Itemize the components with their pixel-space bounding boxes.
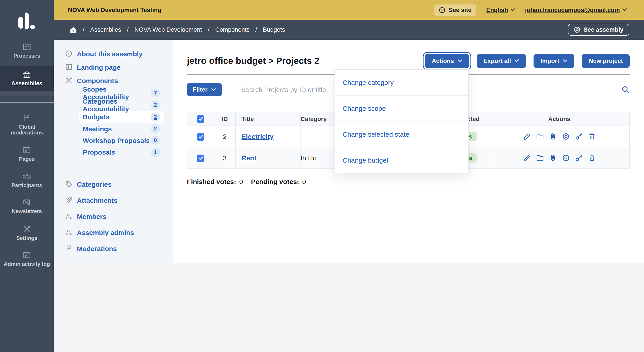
sidebar-active-band — [0, 91, 54, 96]
sidebar-item-settings[interactable]: Settings — [0, 225, 54, 241]
target-icon — [439, 6, 446, 13]
votes-summary: Finished votes: 0 | Pending votes: 0 — [187, 178, 630, 185]
language-selector[interactable]: English — [486, 6, 516, 13]
menu-item-meetings[interactable]: Meetings 2 — [54, 123, 173, 135]
sidebar-item-processes[interactable]: Processes — [0, 42, 54, 59]
project-id: 2 — [214, 126, 236, 147]
layout-icon — [65, 63, 72, 71]
map-icon — [22, 42, 32, 51]
user-email: johan.francocampos@gmail.com — [525, 6, 620, 13]
sidebar-item-label: Pages — [19, 156, 35, 162]
sidebar-item-admin-activity-log[interactable]: Admin activity log — [0, 251, 54, 267]
preview-icon[interactable] — [562, 154, 570, 162]
row-checkbox[interactable] — [197, 133, 204, 141]
project-title-link[interactable]: Electricity — [242, 133, 274, 140]
column-header-id: ID — [214, 112, 236, 126]
delete-icon[interactable] — [588, 154, 596, 162]
sidebar-item-assemblies[interactable]: Assemblies — [0, 66, 54, 91]
page-title: jetro office budget > Projects 2 — [187, 56, 319, 66]
permissions-key-icon[interactable] — [574, 132, 583, 141]
delete-icon[interactable] — [588, 132, 596, 141]
breadcrumb-item-assemblies[interactable]: Assemblies — [90, 26, 121, 33]
assembly-submenu: About this assembly Landing page Comp — [54, 40, 173, 263]
menu-item-attachments[interactable]: Attachments — [54, 192, 173, 208]
tag-icon — [65, 180, 72, 188]
sidebar-item-newsletters[interactable]: Newsletters — [0, 198, 54, 214]
user-menu[interactable]: johan.francocampos@gmail.com — [525, 6, 627, 13]
breadcrumb-item-components[interactable]: Components — [215, 26, 250, 33]
menu-item-moderations[interactable]: Moderations — [54, 240, 173, 256]
import-label: Import — [540, 57, 559, 64]
folder-icon[interactable] — [536, 154, 544, 162]
menu-item-change-selected-state[interactable]: Change selected state — [335, 121, 468, 147]
actions-button[interactable]: Actions — [425, 54, 469, 68]
count-badge: 2 — [151, 124, 160, 133]
chevron-down-icon — [563, 59, 568, 63]
menu-item-label: Categories Accountability — [83, 97, 151, 112]
breadcrumb-separator: / — [127, 26, 129, 33]
menu-item-label: Attachments — [77, 196, 118, 204]
menu-item-about-assembly[interactable]: About this assembly — [54, 47, 173, 60]
folder-icon[interactable] — [536, 132, 544, 141]
bank-icon — [22, 70, 32, 79]
menu-item-members[interactable]: Members — [54, 208, 173, 224]
finished-votes-value: 0 — [239, 178, 243, 185]
menu-item-label: Components — [77, 77, 118, 84]
count-badge: 2 — [151, 112, 160, 121]
sidebar-item-label: Settings — [16, 235, 38, 241]
menu-item-categories[interactable]: Categories — [54, 176, 173, 192]
menu-item-label: Budgets — [83, 113, 110, 121]
paperclip-icon — [65, 196, 72, 204]
import-button[interactable]: Import — [534, 54, 574, 68]
pending-votes-label: Pending votes: — [251, 178, 299, 185]
admin-app: Processes Assemblies Global moderations — [0, 0, 644, 352]
export-all-button[interactable]: Export all — [477, 54, 526, 68]
select-all-checkbox[interactable] — [197, 115, 204, 123]
edit-icon[interactable] — [522, 154, 531, 162]
see-assembly-button[interactable]: See assembly — [568, 24, 629, 36]
menu-item-components[interactable]: Components — [54, 74, 173, 87]
menu-item-change-category[interactable]: Change category — [335, 70, 468, 95]
row-actions — [489, 132, 629, 141]
see-site-button[interactable]: See site — [434, 4, 476, 15]
finished-votes-label: Finished votes: — [187, 178, 236, 185]
browser-icon — [22, 146, 32, 155]
permissions-key-icon[interactable] — [574, 154, 583, 162]
sidebar-divider — [0, 102, 54, 103]
menu-item-assembly-admins[interactable]: Assembly admins — [54, 224, 173, 240]
language-label: English — [486, 6, 508, 13]
paperclip-icon[interactable] — [548, 132, 557, 141]
sidebar: Processes Assemblies Global moderations — [0, 0, 54, 352]
sidebar-item-global-moderations[interactable]: Global moderations — [0, 113, 54, 136]
filter-button[interactable]: Filter — [187, 83, 222, 96]
menu-item-change-budget[interactable]: Change budget — [335, 147, 468, 173]
menu-item-label: About this assembly — [77, 50, 142, 57]
search-icon[interactable] — [621, 85, 630, 94]
paperclip-icon[interactable] — [548, 154, 557, 162]
edit-icon[interactable] — [522, 132, 531, 141]
home-icon[interactable] — [70, 26, 77, 33]
menu-item-label: Members — [77, 212, 106, 220]
actions-button-label: Actions — [432, 57, 454, 64]
breadcrumb-item-assembly[interactable]: NOVA Web Development — [134, 26, 202, 33]
project-title-link[interactable]: Rent — [242, 154, 256, 162]
preview-icon[interactable] — [562, 132, 570, 141]
new-project-button[interactable]: New project — [582, 54, 630, 68]
flag-icon — [22, 113, 32, 122]
menu-item-change-scope[interactable]: Change scope — [335, 95, 468, 121]
chevron-down-icon — [458, 59, 462, 63]
breadcrumb-separator: / — [83, 26, 84, 33]
person-gear-icon — [65, 229, 72, 236]
sidebar-item-pages[interactable]: Pages — [0, 146, 54, 162]
menu-item-budgets[interactable]: Budgets 2 — [79, 111, 164, 123]
sidebar-item-participants[interactable]: Participants — [0, 172, 54, 188]
row-checkbox[interactable] — [197, 155, 204, 162]
decidim-logo[interactable] — [18, 12, 36, 30]
menu-item-categories-accountability[interactable]: Categories Accountability 2 — [54, 99, 173, 111]
menu-item-proposals[interactable]: Proposals 1 — [54, 146, 173, 158]
menu-item-landing-page[interactable]: Landing page — [54, 60, 173, 74]
breadcrumb-item-budgets[interactable]: Budgets — [263, 26, 285, 33]
chevron-down-icon — [514, 59, 520, 63]
menu-item-workshop-proposals[interactable]: Workshop Proposals 0 — [54, 135, 173, 146]
see-assembly-label: See assembly — [584, 26, 624, 33]
